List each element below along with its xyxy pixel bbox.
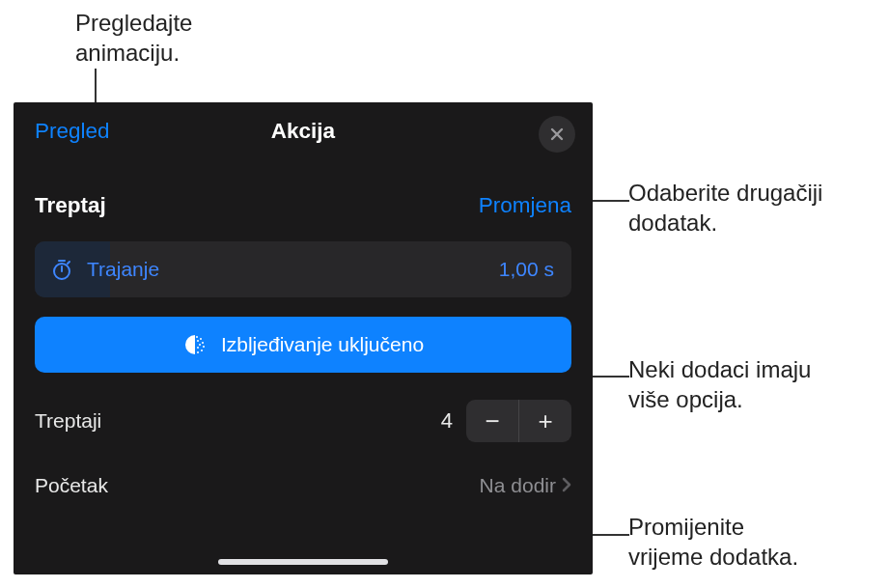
blinks-row: Treptaji 4 − +: [14, 396, 593, 446]
duration-label: Trajanje: [87, 258, 159, 281]
stepper-plus-button[interactable]: +: [519, 400, 571, 442]
start-value: Na dodir: [480, 474, 556, 497]
panel-title: Akcija: [271, 119, 335, 144]
chevron-right-icon: [562, 474, 571, 497]
svg-point-10: [201, 350, 203, 351]
blinks-stepper-group: 4 − +: [441, 400, 571, 442]
svg-point-12: [197, 340, 199, 342]
svg-point-11: [197, 351, 199, 353]
fade-label: Izbljeđivanje uključeno: [221, 333, 424, 356]
change-button[interactable]: Promjena: [479, 193, 571, 218]
svg-point-14: [197, 347, 199, 349]
effect-row: Treptaj Promjena: [14, 193, 593, 218]
stepper-minus-button[interactable]: −: [466, 400, 518, 442]
effect-name: Treptaj: [35, 193, 106, 218]
callout-preview: Pregledajteanimaciju.: [75, 8, 192, 68]
svg-point-9: [203, 346, 205, 348]
svg-point-13: [199, 344, 201, 346]
blinks-value: 4: [441, 408, 453, 434]
preview-button[interactable]: Pregled: [35, 119, 110, 144]
action-panel: Pregled Akcija Treptaj Promjena Trajanje…: [14, 102, 593, 574]
start-row[interactable]: Početak Na dodir: [14, 463, 593, 508]
panel-header: Pregled Akcija: [14, 102, 593, 160]
close-icon: [549, 126, 565, 142]
callout-start: Promijenitevrijeme dodatka.: [628, 512, 798, 572]
callout-change: Odaberite drugačijidodatak.: [628, 178, 822, 238]
fade-icon: [182, 332, 208, 357]
home-indicator: [218, 559, 388, 565]
fade-toggle-button[interactable]: Izbljeđivanje uključeno: [35, 317, 571, 373]
start-label: Početak: [35, 474, 108, 497]
svg-point-7: [200, 338, 202, 340]
callout-options: Neki dodaci imajuviše opcija.: [628, 354, 811, 414]
svg-line-3: [68, 262, 69, 264]
blinks-label: Treptaji: [35, 409, 101, 433]
stopwatch-icon: [50, 258, 73, 281]
duration-slider[interactable]: Trajanje 1,00 s: [35, 241, 571, 297]
svg-point-8: [202, 342, 204, 344]
blinks-stepper: − +: [466, 400, 571, 442]
svg-point-6: [196, 336, 198, 338]
close-button[interactable]: [539, 116, 575, 153]
duration-value: 1,00 s: [499, 258, 554, 281]
leader-line: [95, 69, 97, 107]
